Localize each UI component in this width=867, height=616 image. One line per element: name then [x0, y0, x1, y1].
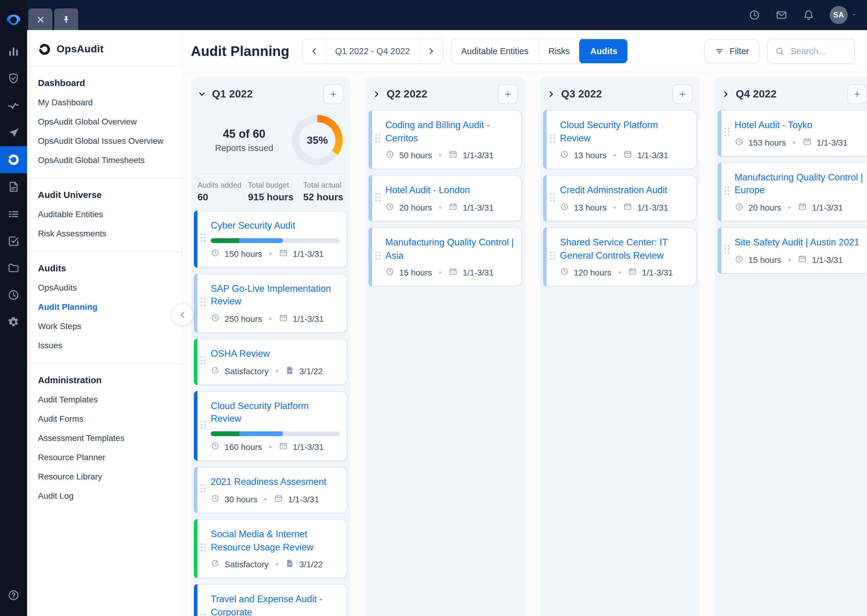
sidebar-item-risk-assessments[interactable]: Risk Assessments [38, 224, 171, 243]
drag-handle[interactable] [200, 542, 207, 555]
pin-panel-button[interactable] [54, 8, 78, 30]
audit-card-hotel-audit-london[interactable]: Hotel Audit - London20 hours1/1-3/31 [369, 175, 522, 222]
drag-handle[interactable] [724, 127, 730, 140]
audit-card-title[interactable]: SAP Go-Live Implementation Review [211, 282, 340, 308]
drag-handle[interactable] [200, 484, 207, 496]
filter-button[interactable]: Filter [705, 39, 759, 63]
audit-card-title[interactable]: Coding and Billing Audit - Cerritos [385, 118, 514, 145]
sidebar-item-opsaudit-global-issues-overview[interactable]: OpsAudit Global Issues Overview [38, 131, 171, 150]
audit-card-travel-and-expense-audit-corporate[interactable]: Travel and Expense Audit - Corporate80 h… [194, 584, 347, 616]
audit-card-title[interactable]: Site Safety Audit | Austin 2021 [735, 236, 863, 249]
audit-card-title[interactable]: 2021 Readiness Assesment [211, 475, 340, 488]
audit-card-title[interactable]: Hotel Audit - Toyko [735, 118, 863, 132]
sidebar-item-audit-planning[interactable]: Audit Planning [38, 297, 171, 316]
sidebar-item-resource-planner[interactable]: Resource Planner [38, 448, 171, 467]
audit-card-sap-go-live-implementation-review[interactable]: SAP Go-Live Implementation Review250 hou… [194, 273, 347, 333]
drag-handle[interactable] [549, 133, 556, 146]
audit-card-title[interactable]: Shared Service Center: IT General Contro… [560, 236, 689, 262]
sidebar-item-work-steps[interactable]: Work Steps [38, 316, 171, 336]
period-prev-button[interactable] [303, 39, 325, 63]
sidebar-item-issues[interactable]: Issues [38, 336, 171, 355]
period-next-button[interactable] [420, 39, 443, 63]
audit-card-hotel-audit-toyko[interactable]: Hotel Audit - Toyko153 hours1/1-3/31 [718, 110, 867, 156]
calendar-icon [798, 255, 807, 264]
audit-card-shared-service-center-it-general-controls-review[interactable]: Shared Service Center: IT General Contro… [543, 227, 697, 287]
tab-audits[interactable]: Audits [579, 39, 628, 64]
rail-item-compliance[interactable] [0, 65, 27, 92]
notifications-button[interactable] [802, 9, 815, 21]
column-toggle-button[interactable] [373, 90, 380, 98]
drag-handle[interactable] [200, 420, 207, 432]
audit-card-2021-readiness-assesment[interactable]: 2021 Readiness Assesment30 hours1/1-3/31 [194, 467, 347, 513]
audit-card-cloud-security-platform-review[interactable]: Cloud Security Platform Review13 hours1/… [543, 110, 697, 169]
audit-card-site-safety-audit-austin-2021[interactable]: Site Safety Audit | Austin 202115 hours1… [718, 227, 867, 273]
sidebar-item-audit-forms[interactable]: Audit Forms [38, 409, 171, 428]
sidebar-item-audit-templates[interactable]: Audit Templates [38, 390, 171, 409]
messages-button[interactable] [776, 9, 788, 21]
column-toggle-button[interactable] [722, 90, 730, 98]
audit-card-cyber-security-audit[interactable]: Cyber Security Audit150 hours1/1-3/31 [194, 211, 347, 267]
sidebar-item-assessment-templates[interactable]: Assessment Templates [38, 428, 171, 448]
sidebar-item-my-dashboard[interactable]: My Dashboard [38, 93, 171, 112]
sidebar-item-resource-library[interactable]: Resource Library [38, 467, 171, 486]
audit-card-title[interactable]: OSHA Review [211, 347, 340, 360]
sidebar-item-audit-log[interactable]: Audit Log [38, 486, 171, 505]
rail-item-documents[interactable] [0, 173, 27, 200]
drag-handle[interactable] [549, 192, 556, 204]
add-audit-button[interactable] [323, 84, 343, 104]
audit-card-social-media-internet-resource-usage-review[interactable]: Social Media & Internet Resource Usage R… [194, 519, 347, 578]
audit-card-title[interactable]: Credit Adminstration Audit [560, 184, 689, 197]
audit-card-title[interactable]: Manufacturing Quality Control | Asia [385, 236, 514, 262]
recent-activity-button[interactable] [749, 9, 760, 21]
column-toggle-button[interactable] [547, 90, 555, 98]
audit-card-title[interactable]: Travel and Expense Audit - Corporate [211, 592, 340, 616]
rail-item-share[interactable] [0, 119, 27, 146]
sidebar-item-auditable-entities[interactable]: Auditable Entities [38, 204, 171, 224]
rail-item-monitoring[interactable] [0, 92, 27, 119]
rail-item-tasks[interactable] [0, 227, 27, 255]
drag-handle[interactable] [724, 185, 730, 198]
audit-card-manufacturing-quality-control-asia[interactable]: Manufacturing Quality Control | Asia15 h… [369, 227, 522, 287]
audit-card-credit-adminstration-audit[interactable]: Credit Adminstration Audit13 hours1/1-3/… [543, 175, 697, 222]
period-value[interactable]: Q1 2022 - Q4 2022 [325, 39, 419, 63]
audit-card-title[interactable]: Cloud Security Platform Review [211, 399, 340, 426]
drag-handle[interactable] [200, 613, 207, 616]
drag-handle[interactable] [549, 251, 556, 264]
rail-item-settings[interactable] [0, 309, 27, 336]
rail-item-files[interactable] [0, 255, 27, 281]
audit-card-title[interactable]: Social Media & Internet Resource Usage R… [211, 528, 340, 554]
audit-card-manufacturing-quality-control-europe[interactable]: Manufacturing Quality Control | Europe20… [718, 162, 867, 222]
drag-handle[interactable] [200, 233, 207, 245]
audit-card-cloud-security-platform-review[interactable]: Cloud Security Platform Review160 hours1… [194, 391, 347, 461]
add-audit-button[interactable] [673, 84, 692, 104]
rail-item-analytics[interactable] [0, 38, 27, 65]
drag-handle[interactable] [200, 355, 207, 368]
rail-item-time-tracking[interactable] [0, 281, 27, 309]
rail-item-lists[interactable] [0, 200, 27, 227]
sidebar-item-opsaudits[interactable]: OpsAudits [38, 278, 171, 297]
sidebar-item-opsaudit-global-timesheets[interactable]: OpsAudit Global Timesheets [38, 150, 171, 170]
audit-card-coding-and-billing-audit-cerritos[interactable]: Coding and Billing Audit - Cerritos50 ho… [369, 110, 522, 169]
rail-item-help[interactable] [0, 582, 27, 609]
search-input[interactable] [789, 46, 847, 57]
tab-auditable-entities[interactable]: Auditable Entities [452, 39, 538, 63]
rail-item-opsaudit[interactable] [0, 146, 27, 173]
drag-handle[interactable] [375, 133, 381, 146]
drag-handle[interactable] [375, 251, 381, 264]
tab-risks[interactable]: Risks [538, 39, 580, 63]
audit-card-osha-review[interactable]: OSHA ReviewSatisfactory3/1/22 [194, 339, 347, 385]
drag-handle[interactable] [375, 192, 381, 204]
sidebar-collapse-button[interactable] [172, 304, 193, 325]
close-panel-button[interactable] [28, 8, 52, 30]
audit-card-title[interactable]: Cloud Security Platform Review [560, 118, 689, 145]
add-audit-button[interactable] [498, 84, 518, 104]
drag-handle[interactable] [724, 244, 730, 257]
audit-card-title[interactable]: Manufacturing Quality Control | Europe [735, 171, 863, 197]
audit-card-title[interactable]: Hotel Audit - London [385, 184, 514, 197]
user-menu[interactable]: SA [830, 6, 858, 24]
column-toggle-button[interactable] [198, 90, 206, 98]
sidebar-item-opsaudit-global-overview[interactable]: OpsAudit Global Overview [38, 112, 171, 131]
audit-card-title[interactable]: Cyber Security Audit [211, 219, 340, 232]
add-audit-button[interactable] [847, 84, 867, 104]
drag-handle[interactable] [200, 297, 207, 310]
